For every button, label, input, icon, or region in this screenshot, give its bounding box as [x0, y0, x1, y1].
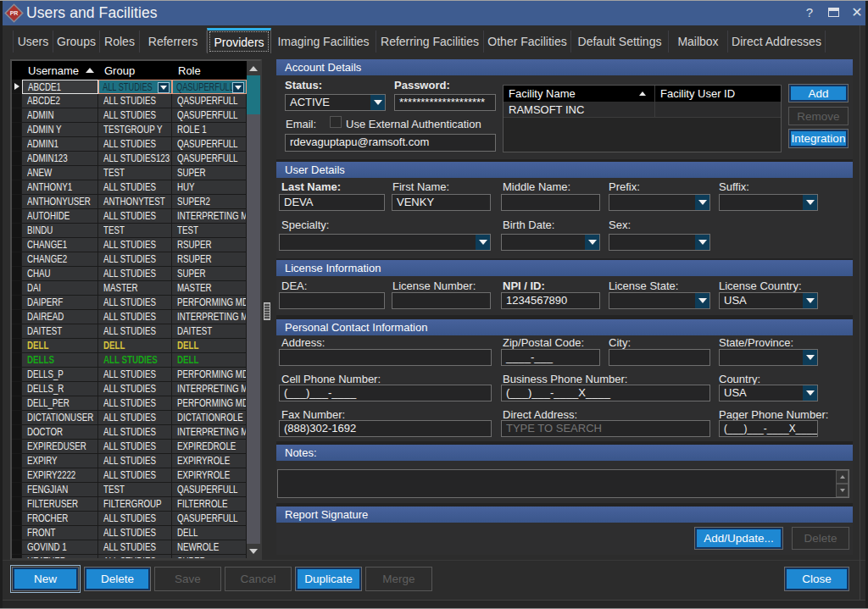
- role-cell[interactable]: NEWROLE: [172, 540, 247, 555]
- role-cell[interactable]: MASTER: [172, 281, 247, 296]
- group-cell[interactable]: FILTERGROUP: [98, 497, 172, 512]
- username-cell[interactable]: FENGJIAN: [22, 483, 98, 497]
- user-row-chau[interactable]: CHAUALL STUDIESSUPER: [12, 267, 247, 281]
- status-select[interactable]: ACTIVE: [285, 94, 386, 111]
- user-row-change2[interactable]: CHANGE2ALL STUDIESRSUPER: [12, 252, 247, 267]
- user-row-abcde1[interactable]: ABCDE1ALL STUDIESQASUPERFULL: [12, 80, 247, 94]
- fax-field[interactable]: (888)302-1692: [279, 420, 492, 437]
- integration-button[interactable]: Integration: [788, 129, 849, 148]
- group-cell[interactable]: ALL STUDIES123: [98, 152, 172, 166]
- tab-mailbox[interactable]: Mailbox: [669, 30, 728, 53]
- group-cell[interactable]: ALL STUDIES: [98, 468, 172, 483]
- suffix-dropdown-button[interactable]: [803, 194, 818, 211]
- group-cell[interactable]: TEST: [98, 224, 172, 238]
- npi-field[interactable]: 1234567890: [501, 292, 600, 309]
- username-cell[interactable]: DICTATIONUSER: [22, 411, 98, 425]
- role-cell[interactable]: INTERPRETING MD: [172, 209, 247, 224]
- new-button[interactable]: New: [12, 567, 79, 591]
- column-header-group[interactable]: Group: [98, 61, 172, 80]
- specialty-select[interactable]: [279, 234, 491, 251]
- user-row-dictationuser[interactable]: DICTATIONUSERALL STUDIESDICTATIONROLE: [12, 411, 247, 425]
- role-cell[interactable]: ROLE 1: [172, 123, 247, 137]
- group-cell[interactable]: MASTER: [98, 281, 172, 296]
- role-cell[interactable]: PERFORMING MD: [172, 368, 247, 382]
- group-cell[interactable]: ALL STUDIES: [98, 353, 172, 368]
- merge-button[interactable]: Merge: [365, 567, 432, 591]
- scrollbar-thumb[interactable]: [247, 75, 260, 114]
- window-close-button[interactable]: ✕: [844, 0, 868, 25]
- username-cell[interactable]: ADMIN1: [22, 137, 98, 152]
- country-dropdown-button[interactable]: [803, 385, 818, 401]
- group-cell[interactable]: DELL: [98, 339, 172, 353]
- role-cell[interactable]: DELL: [172, 526, 247, 540]
- role-cell[interactable]: DELL: [172, 339, 247, 353]
- group-cell[interactable]: ALL STUDIES: [98, 526, 172, 540]
- column-header-username[interactable]: Username: [22, 61, 98, 80]
- group-cell[interactable]: ANTHONYTEST: [98, 195, 172, 209]
- user-row-daitest[interactable]: DAITESTALL STUDIESDAITEST: [12, 324, 247, 339]
- username-cell[interactable]: DOCTOR: [22, 425, 98, 440]
- role-cell[interactable]: QASUPERFULL: [172, 108, 247, 123]
- username-cell[interactable]: DAITEST: [22, 324, 98, 339]
- group-cell[interactable]: ALL STUDIES: [98, 137, 172, 152]
- facility-row[interactable]: RAMSOFT INC: [504, 102, 781, 118]
- role-cell[interactable]: PERFORMING MD: [172, 296, 247, 310]
- business-phone-field[interactable]: (___)___-____X____: [501, 385, 710, 401]
- role-cell[interactable]: QASUPERFULL: [172, 80, 247, 94]
- role-cell[interactable]: SUPER: [172, 166, 247, 180]
- user-row-autohide[interactable]: AUTOHIDEALL STUDIESINTERPRETING MD: [12, 209, 247, 224]
- username-cell[interactable]: FILTERUSER: [22, 497, 98, 512]
- panel-splitter-grip[interactable]: [264, 302, 270, 320]
- user-row-bindu[interactable]: BINDUTESTTEST: [12, 224, 247, 238]
- username-cell[interactable]: HEATHER: [22, 555, 98, 558]
- delete-button[interactable]: Delete: [84, 567, 151, 591]
- username-cell[interactable]: EXPIRY2222: [22, 468, 98, 483]
- group-cell[interactable]: ALL STUDIES: [98, 540, 172, 555]
- group-cell[interactable]: TEST: [98, 483, 172, 497]
- group-cell[interactable]: ALL STUDIES: [98, 310, 172, 324]
- signature-add-update-button[interactable]: Add/Update...: [694, 527, 783, 550]
- role-cell[interactable]: QASUPERFULL: [172, 137, 247, 152]
- user-row-anew[interactable]: ANEWTESTSUPER: [12, 166, 247, 180]
- email-field[interactable]: rdevaguptapu@ramsoft.com: [285, 134, 496, 152]
- user-row-doctor[interactable]: DOCTORALL STUDIESINTERPRETING MD: [12, 425, 247, 440]
- username-cell[interactable]: CHAU: [22, 267, 98, 281]
- role-cell[interactable]: INTERPRETING MD: [172, 382, 247, 396]
- user-row-expireduser[interactable]: EXPIREDUSERALL STUDIESEXPIREDROLE: [12, 440, 247, 454]
- pager-phone-field[interactable]: (___)___-____X____: [719, 420, 818, 437]
- state-province-select[interactable]: [719, 349, 818, 366]
- license-state-dropdown-button[interactable]: [695, 292, 710, 309]
- role-cell[interactable]: DICTATIONROLE: [172, 411, 247, 425]
- user-row-dairead[interactable]: DAIREADALL STUDIESINTERPRETING MD: [12, 310, 247, 324]
- direct-address-field[interactable]: TYPE TO SEARCH: [501, 420, 710, 437]
- tab-roles[interactable]: Roles: [100, 30, 140, 53]
- group-dropdown-button[interactable]: [158, 82, 170, 93]
- dea-field[interactable]: [279, 292, 385, 309]
- license-country-dropdown-button[interactable]: [803, 292, 818, 309]
- tab-other-facilities[interactable]: Other Facilities: [484, 30, 571, 53]
- license-country-select[interactable]: USA: [719, 292, 818, 309]
- user-row-admin-y[interactable]: ADMIN YTESTGROUP YROLE 1: [12, 123, 247, 137]
- role-cell[interactable]: SUPER2: [172, 195, 247, 209]
- role-cell[interactable]: EXPIREDROLE: [172, 440, 247, 454]
- username-cell[interactable]: CHANGE2: [22, 252, 98, 267]
- role-cell[interactable]: FILTERROLE: [172, 497, 247, 512]
- first-name-field[interactable]: VENKY: [392, 194, 491, 211]
- user-row-daiperf[interactable]: DAIPERFALL STUDIESPERFORMING MD: [12, 296, 247, 310]
- username-cell[interactable]: ADMIN123: [22, 152, 98, 166]
- role-cell[interactable]: INTERPRETING MD: [172, 310, 247, 324]
- group-cell[interactable]: ALL STUDIES: [98, 382, 172, 396]
- username-cell[interactable]: EXPIREDUSER: [22, 440, 98, 454]
- role-cell[interactable]: EXPIRYROLE: [172, 468, 247, 483]
- birth-date-dropdown-button[interactable]: [585, 234, 600, 251]
- username-cell[interactable]: CHANGE1: [22, 238, 98, 252]
- group-cell[interactable]: ALL STUDIES: [98, 94, 172, 108]
- tab-referring-facilities[interactable]: Referring Facilities: [376, 30, 484, 53]
- role-cell[interactable]: PERFORMING MD: [172, 396, 247, 411]
- username-cell[interactable]: DELLS_P: [22, 368, 98, 382]
- city-field[interactable]: [609, 349, 710, 366]
- close-button[interactable]: Close: [784, 567, 849, 591]
- cell-phone-field[interactable]: (___)___-____: [279, 385, 492, 401]
- username-cell[interactable]: DAIREAD: [22, 310, 98, 324]
- username-cell[interactable]: DELLS: [22, 353, 98, 368]
